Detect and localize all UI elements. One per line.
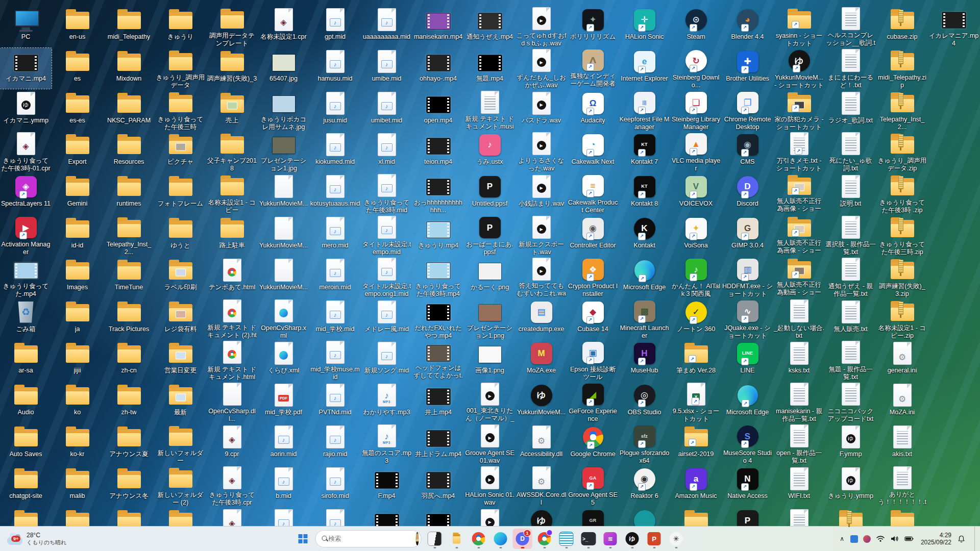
desktop-icon[interactable]: ▶小銭詰まり.wav [516,173,567,214]
desktop-icon[interactable]: かるーく.png [464,257,516,297]
desktop-icon[interactable]: ◆↗Cubase 14 [567,298,619,339]
desktop-icon[interactable]: ゆ↗YukkuriMovieM... - ショートカット [773,48,825,89]
desktop-icon[interactable]: es-es [52,90,103,131]
desktop-icon[interactable]: TimeTune [103,257,155,297]
desktop-icon[interactable]: ◢↗GeForce Experience [567,382,619,422]
desktop-icon[interactable]: ピクチャ [155,131,206,172]
desktop-icon[interactable]: ∿↗JQuake.exe - ショートカット [722,298,773,339]
desktop-icon[interactable]: ▩↗Minecraft Launcher [619,298,670,339]
desktop-icon[interactable]: ♪MP3無題のスコア.mp3 [361,423,412,464]
desktop-icon[interactable]: manisekarin.mp4 [412,6,464,47]
desktop-icon[interactable]: プレゼンテーション1.jpg [258,131,309,172]
desktop-icon[interactable]: Images [52,257,103,297]
desktop-icon[interactable]: ↗筆まめ Ver.28 [670,340,722,381]
desktop-icon[interactable]: イカレマニア.mp4 [928,6,979,47]
desktop-icon[interactable]: midi_Telepathy [103,6,155,47]
desktop-icon[interactable]: S↗MuseScore Studio 4 [722,423,773,464]
desktop-icon[interactable]: open - 親作品一覧.txt [773,423,825,464]
desktop-icon[interactable]: 調声練習(失敗)_3 [206,48,258,89]
desktop-icon[interactable]: manisekarin - 親作品一覧.txt [773,382,825,422]
desktop-icon[interactable]: ⚙general.ini [876,340,928,381]
desktop-icon[interactable]: ▶よりうるさくなった.wav [516,131,567,172]
desktop-icon[interactable]: malib [52,465,103,506]
desktop-icon[interactable]: Export [52,131,103,172]
desktop-icon[interactable]: NKSC_PARAM [103,90,155,131]
notification-bell-icon[interactable] [957,535,969,543]
desktop-icon[interactable]: ◈名称未設定1.cpr [258,6,309,47]
taskbar-app-chrome-profile[interactable] [535,529,554,549]
desktop-icon[interactable]: Telepathy_Inst_2... [103,215,155,256]
desktop-icon[interactable]: ♪タイトル未設定.tempo.mid [361,215,412,256]
desktop-icon[interactable]: ksks.txt [773,340,825,381]
desktop-icon[interactable]: K↗Kontakt [619,215,670,256]
taskbar-app-yukkuri-movie-maker[interactable]: ゆ [623,529,642,549]
desktop-icon[interactable]: ♪mid_学校.mid [309,298,361,339]
desktop-icon[interactable]: 新規 テキスト ドキュメント.html [206,340,258,381]
desktop-icon[interactable]: おっhhhhhhhhhhhhh... [412,173,464,214]
tray-clock[interactable]: 4:29 2025/09/22 [919,532,951,546]
desktop-icon[interactable]: きゅうりボカコレ用サムネ.jpg [258,90,309,131]
desktop-icon[interactable]: LINE↗LINE [722,340,773,381]
desktop-icon[interactable]: ゆイカマニ.ymmp [0,90,52,131]
desktop-icon[interactable]: ヘッドフォンはずしててよかっt.mp4 [412,340,464,381]
desktop-icon[interactable]: ↗万引きメモ.txt - ショートカット [773,131,825,172]
desktop-icon[interactable]: ▥↗HDDFMT.exe - ショートカット [722,257,773,297]
desktop-icon[interactable]: YukkuriMovieM... [258,173,309,214]
desktop-icon[interactable]: ↗無人販売不正行為動画 - ショートカット [773,257,825,297]
desktop-icon[interactable]: きゅうり [155,6,206,47]
desktop-icon[interactable]: X↗9.5.xlsx - ショートカット [670,382,722,422]
desktop-icon[interactable]: ◈きゅうり食ってた午後3時-01.cpr [0,131,52,172]
desktop-icon[interactable]: ゆきゅうり.ymmp [825,465,876,506]
desktop-icon[interactable]: 調声用データテンプレート [206,6,258,47]
desktop-icon[interactable]: ◉↗Controller Editor [567,215,619,256]
desktop-icon[interactable]: ar-sa [0,340,52,381]
desktop-icon[interactable]: 井上ドラム.mp4 [412,423,464,464]
desktop-icon[interactable]: GA↗Groove Agent SE 5 [567,465,619,506]
desktop-icon[interactable]: きゅうり食ってた午後3時 .zip [876,173,928,214]
desktop-icon[interactable]: KT↗Kontakt 8 [619,173,670,214]
desktop-icon[interactable]: ♪uaaaaaaaaa.mid [361,6,412,47]
desktop-icon[interactable]: Audio [0,382,52,422]
desktop-icon[interactable]: ♪umibet.mid [361,90,412,131]
desktop-icon[interactable]: ♪きゅうり食ってた午後3時.mid [361,173,412,214]
desktop-icon[interactable]: 調声練習(失敗)_3.zip [876,257,928,297]
desktop-icon[interactable]: Mixdown [103,48,155,89]
wifi-icon[interactable] [876,534,885,543]
start-button[interactable] [295,530,312,547]
desktop-icon[interactable]: くらび.xml [258,340,309,381]
search-highlight-saturn-icon[interactable] [415,532,419,545]
desktop-icon[interactable]: sfz↗Plogue sforzando x64 [619,423,670,464]
desktop-icon[interactable]: Telepathy_Inst_2... [876,90,928,131]
desktop-icon[interactable]: a↗Amazon Music [670,465,722,506]
desktop-icon[interactable]: PUntitled.ppsf [464,173,516,214]
desktop-icon[interactable]: 通知うぜえ.mp4 [464,6,516,47]
desktop-icon[interactable]: ⚙MoZA.ini [876,382,928,422]
desktop-icon[interactable]: ❖↗Crypton Product Installer [567,257,619,297]
desktop-icon[interactable]: ohhayo-.mp4 [412,48,464,89]
desktop-icon[interactable]: ゆうと [155,215,206,256]
desktop-icon[interactable]: ▶ずんだもん_しおかぜふ.wav [516,48,567,89]
taskbar-app-chrome[interactable] [469,529,488,549]
desktop-icon[interactable]: open.mp4 [412,90,464,131]
desktop-icon[interactable]: ♪PVTNd.mid [309,382,361,422]
desktop-icon[interactable]: ⊙↗Steam [670,6,722,47]
desktop-icon[interactable]: 説明.txt [825,173,876,214]
desktop-icon[interactable]: ✛↗HALion Sonic [619,6,670,47]
desktop-icon[interactable]: 井上.mp4 [412,382,464,422]
desktop-icon[interactable]: 路上駐車 [206,215,258,256]
desktop-icon[interactable]: ▶こってゅh dすおf d s bふぉ.wav [516,6,567,47]
desktop-icon[interactable]: ✦↗ポリリリリズム [567,6,619,47]
desktop-icon[interactable]: F.mp4 [361,465,412,506]
desktop-icon[interactable]: まにまにわーるど！.txt [825,48,876,89]
desktop-icon[interactable]: YukkuriMovieM... [258,257,309,297]
desktop-icon[interactable]: ▶答え知っててもむずいわこれ.wav [516,257,567,297]
desktop-icon[interactable]: ◉↗Reaktor 6 [619,465,670,506]
desktop-icon[interactable]: 羽尻へ.mp4 [412,465,464,506]
desktop-icon[interactable]: Resources [103,131,155,172]
desktop-icon[interactable]: ゆYukkuriMovieM... [516,382,567,422]
desktop-icon[interactable]: ラジオ_歌詞.txt [825,90,876,131]
desktop-icon[interactable]: G↗GIMP 3.0.4 [722,215,773,256]
desktop-icon[interactable]: ↗無人販売不正行為画像 - ショートカッ... [773,173,825,214]
desktop-icon[interactable]: ♪xl.mid [361,131,412,172]
desktop-icon[interactable]: 選択肢 - 親作品一覧.txt [825,215,876,256]
